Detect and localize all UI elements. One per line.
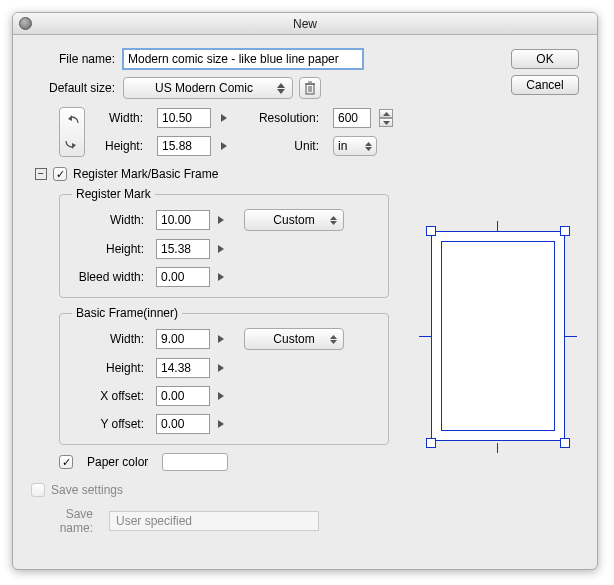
rm-height-expand-icon[interactable] bbox=[218, 245, 224, 253]
height-label: Height: bbox=[95, 139, 151, 153]
rm-width-expand-icon[interactable] bbox=[218, 216, 224, 224]
collapse-toggle[interactable]: − bbox=[35, 168, 47, 180]
bf-xoff-expand-icon[interactable] bbox=[218, 392, 224, 400]
rm-bleed-label: Bleed width: bbox=[72, 270, 152, 284]
bf-width-label: Width: bbox=[72, 332, 152, 346]
chevron-updown-icon bbox=[274, 78, 288, 98]
cancel-button[interactable]: Cancel bbox=[511, 75, 579, 95]
unit-label: Unit: bbox=[247, 139, 327, 153]
svg-marker-12 bbox=[365, 147, 372, 151]
svg-marker-0 bbox=[277, 83, 285, 88]
bf-xoff-label: X offset: bbox=[72, 389, 152, 403]
tick-icon bbox=[565, 336, 577, 337]
default-size-value: US Modern Comic bbox=[155, 81, 253, 95]
svg-marker-13 bbox=[330, 216, 337, 220]
preview-inner-frame bbox=[441, 241, 555, 431]
svg-marker-16 bbox=[330, 340, 337, 344]
chevron-updown-icon bbox=[362, 137, 374, 155]
swap-orientation-button[interactable] bbox=[59, 107, 85, 157]
bf-height-expand-icon[interactable] bbox=[218, 364, 224, 372]
svg-marker-7 bbox=[68, 115, 72, 121]
save-name-label: Save name: bbox=[31, 507, 101, 535]
bf-preset-select[interactable]: Custom bbox=[244, 328, 344, 350]
width-input[interactable] bbox=[157, 108, 211, 128]
close-icon[interactable] bbox=[19, 17, 32, 30]
height-expand-icon[interactable] bbox=[221, 142, 227, 150]
default-size-select[interactable]: US Modern Comic bbox=[123, 77, 293, 99]
save-settings-checkbox[interactable] bbox=[31, 483, 45, 497]
register-frame-label: Register Mark/Basic Frame bbox=[73, 167, 218, 181]
width-label: Width: bbox=[95, 111, 151, 125]
bf-height-input[interactable] bbox=[156, 358, 210, 378]
reg-mark-icon bbox=[560, 438, 570, 448]
bf-height-label: Height: bbox=[72, 361, 152, 375]
rm-height-label: Height: bbox=[72, 242, 152, 256]
reg-mark-icon bbox=[426, 438, 436, 448]
ok-button[interactable]: OK bbox=[511, 49, 579, 69]
tick-icon bbox=[419, 336, 431, 337]
width-expand-icon[interactable] bbox=[221, 114, 227, 122]
save-name-input bbox=[109, 511, 319, 531]
svg-marker-10 bbox=[383, 121, 390, 125]
rm-bleed-input[interactable] bbox=[156, 267, 210, 287]
rm-height-input[interactable] bbox=[156, 239, 210, 259]
register-mark-group: Register Mark Width: Custom Height: Blee… bbox=[59, 187, 389, 298]
default-size-label: Default size: bbox=[31, 81, 123, 95]
resolution-input[interactable] bbox=[333, 108, 371, 128]
basic-frame-legend: Basic Frame(inner) bbox=[72, 306, 182, 320]
bf-yoff-label: Y offset: bbox=[72, 417, 152, 431]
resolution-stepper[interactable] bbox=[379, 109, 393, 127]
resolution-label: Resolution: bbox=[247, 111, 327, 125]
svg-marker-9 bbox=[383, 112, 390, 116]
rotate-icon bbox=[64, 115, 80, 149]
paper-color-checkbox[interactable]: ✓ bbox=[59, 455, 73, 469]
unit-value: in bbox=[338, 139, 347, 153]
unit-select[interactable]: in bbox=[333, 136, 377, 156]
rm-bleed-expand-icon[interactable] bbox=[218, 273, 224, 281]
bf-width-expand-icon[interactable] bbox=[218, 335, 224, 343]
window-title: New bbox=[293, 17, 317, 31]
bf-yoff-input[interactable] bbox=[156, 414, 210, 434]
new-dialog: New OK Cancel File name: Default size: U… bbox=[12, 12, 598, 570]
svg-marker-14 bbox=[330, 221, 337, 225]
reg-mark-icon bbox=[560, 226, 570, 236]
trash-icon bbox=[304, 81, 316, 95]
paper-color-label: Paper color bbox=[87, 455, 148, 469]
rm-width-label: Width: bbox=[72, 213, 152, 227]
rm-preset-select[interactable]: Custom bbox=[244, 209, 344, 231]
delete-preset-button[interactable] bbox=[299, 77, 321, 99]
save-settings-label: Save settings bbox=[51, 483, 123, 497]
tick-icon bbox=[497, 443, 498, 453]
reg-mark-icon bbox=[426, 226, 436, 236]
rm-width-input[interactable] bbox=[156, 210, 210, 230]
svg-marker-11 bbox=[365, 142, 372, 146]
svg-marker-15 bbox=[330, 335, 337, 339]
bf-width-input[interactable] bbox=[156, 329, 210, 349]
height-input[interactable] bbox=[157, 136, 211, 156]
chevron-updown-icon bbox=[327, 210, 339, 230]
bf-xoff-input[interactable] bbox=[156, 386, 210, 406]
file-name-label: File name: bbox=[31, 52, 123, 66]
page-preview bbox=[419, 221, 577, 453]
titlebar: New bbox=[13, 13, 597, 35]
svg-marker-1 bbox=[277, 89, 285, 94]
paper-color-swatch[interactable] bbox=[162, 453, 228, 471]
register-mark-legend: Register Mark bbox=[72, 187, 155, 201]
svg-marker-8 bbox=[72, 143, 76, 149]
bf-yoff-expand-icon[interactable] bbox=[218, 420, 224, 428]
file-name-input[interactable] bbox=[123, 49, 363, 69]
register-frame-checkbox[interactable]: ✓ bbox=[53, 167, 67, 181]
bf-preset-value: Custom bbox=[273, 332, 314, 346]
basic-frame-group: Basic Frame(inner) Width: Custom Height:… bbox=[59, 306, 389, 445]
svg-rect-2 bbox=[306, 84, 314, 94]
tick-icon bbox=[497, 221, 498, 231]
chevron-updown-icon bbox=[327, 329, 339, 349]
rm-preset-value: Custom bbox=[273, 213, 314, 227]
